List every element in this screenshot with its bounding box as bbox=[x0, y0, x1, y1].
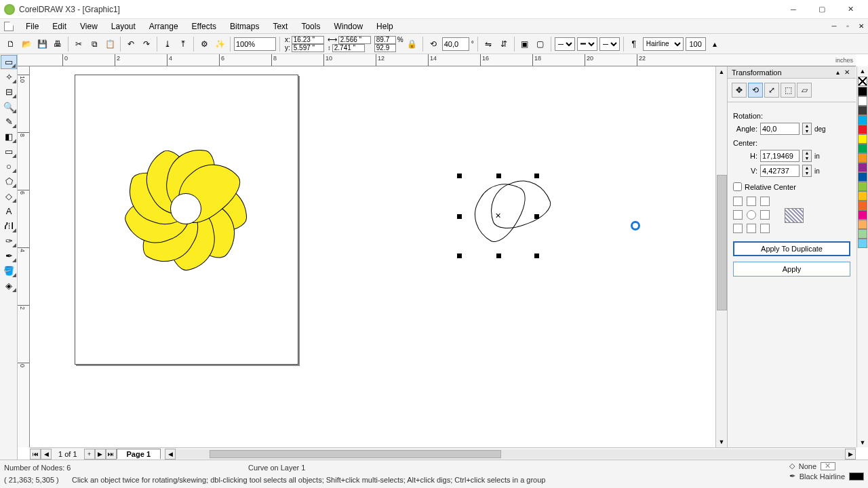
ellipse-tool[interactable]: ○ bbox=[1, 159, 17, 174]
lock-ratio-icon[interactable]: 🔒 bbox=[406, 37, 419, 51]
mdi-close[interactable]: ✕ bbox=[855, 21, 867, 32]
swatch[interactable] bbox=[858, 239, 867, 248]
menu-effects[interactable]: Effects bbox=[185, 20, 223, 33]
docker-collapse-icon[interactable]: ▴ bbox=[833, 68, 842, 76]
next-page-button[interactable]: ▶ bbox=[95, 449, 106, 460]
scroll-up[interactable]: ▲ bbox=[716, 66, 727, 77]
print-icon[interactable]: 🖶 bbox=[51, 37, 64, 51]
height-input[interactable] bbox=[332, 44, 365, 52]
swatch[interactable] bbox=[858, 220, 867, 229]
basic-shapes-tool[interactable]: ◇ bbox=[1, 189, 17, 203]
docker-v-input[interactable] bbox=[760, 165, 800, 177]
paste-icon[interactable]: 📋 bbox=[103, 37, 117, 51]
width-input[interactable] bbox=[338, 36, 371, 44]
anchor-bc[interactable] bbox=[747, 224, 756, 233]
relative-center-checkbox[interactable] bbox=[733, 182, 742, 191]
spinner-icon[interactable]: ▴ bbox=[708, 37, 722, 51]
to-back-icon[interactable]: ▢ bbox=[534, 37, 547, 51]
handle-bl[interactable] bbox=[457, 253, 462, 258]
swatch[interactable] bbox=[858, 191, 867, 201]
fill-tool[interactable]: 🪣 bbox=[1, 264, 17, 278]
cut-icon[interactable]: ✂ bbox=[72, 37, 85, 51]
size-tab[interactable]: ⬚ bbox=[781, 83, 795, 98]
zoom-tool[interactable]: 🔍 bbox=[1, 100, 17, 114]
position-tab[interactable]: ✥ bbox=[732, 83, 747, 98]
pick-tool[interactable]: ▭ bbox=[1, 55, 17, 69]
wrap-text-icon[interactable]: ¶ bbox=[627, 37, 641, 51]
docker-angle-input[interactable] bbox=[760, 123, 800, 135]
swatch[interactable] bbox=[858, 153, 867, 163]
flower-object[interactable] bbox=[98, 121, 274, 297]
menu-layout[interactable]: Layout bbox=[104, 20, 142, 33]
skew-tab[interactable]: ▱ bbox=[797, 83, 812, 98]
last-page-button[interactable]: ⏭ bbox=[106, 449, 117, 460]
outline-swatch[interactable] bbox=[849, 472, 864, 481]
rotation-angle[interactable] bbox=[442, 37, 469, 51]
swatch-nofill[interactable] bbox=[858, 77, 867, 86]
swatch[interactable] bbox=[858, 172, 867, 182]
swatch[interactable] bbox=[858, 144, 867, 153]
minimize-button[interactable]: ─ bbox=[780, 1, 807, 18]
scale-y[interactable] bbox=[374, 44, 396, 52]
selected-object[interactable]: ✕ bbox=[461, 161, 556, 256]
menu-help[interactable]: Help bbox=[370, 20, 400, 33]
app-launcher-icon[interactable]: ⚙ bbox=[197, 37, 211, 51]
swatch[interactable] bbox=[858, 115, 867, 125]
hscroll-track[interactable] bbox=[176, 449, 845, 459]
hscroll-thumb[interactable] bbox=[210, 450, 501, 458]
menu-tools[interactable]: Tools bbox=[294, 20, 327, 33]
to-front-icon[interactable]: ▣ bbox=[518, 37, 532, 51]
line-end-select[interactable]: — bbox=[599, 37, 620, 51]
mirror-v-icon[interactable]: ⇵ bbox=[497, 37, 511, 51]
maximize-button[interactable]: ▢ bbox=[808, 1, 835, 18]
anchor-grid[interactable] bbox=[733, 197, 771, 235]
swatch[interactable] bbox=[858, 229, 867, 239]
welcome-icon[interactable]: ✨ bbox=[213, 37, 226, 51]
menu-arrange[interactable]: Arrange bbox=[142, 20, 185, 33]
polygon-tool[interactable]: ⬠ bbox=[1, 174, 17, 188]
interactive-fill-tool[interactable]: ◈ bbox=[1, 279, 17, 293]
swatch[interactable] bbox=[858, 182, 867, 191]
menu-text[interactable]: Text bbox=[266, 20, 294, 33]
shape-tool[interactable]: ✧ bbox=[1, 70, 17, 84]
swatch[interactable] bbox=[858, 87, 867, 96]
rotate-icon[interactable]: ⟲ bbox=[427, 37, 440, 51]
handle-bc[interactable] bbox=[496, 253, 501, 258]
eyedropper-tool[interactable]: ✑ bbox=[1, 234, 17, 248]
text-tool[interactable]: A bbox=[1, 204, 17, 218]
swatch[interactable] bbox=[858, 201, 867, 210]
handle-ml[interactable] bbox=[457, 214, 462, 219]
prev-page-button[interactable]: ◀ bbox=[41, 449, 52, 460]
menu-edit[interactable]: Edit bbox=[45, 20, 73, 33]
hscroll-left[interactable]: ◀ bbox=[165, 449, 176, 460]
scale-x[interactable] bbox=[374, 36, 396, 44]
apply-to-duplicate-button[interactable]: Apply To Duplicate bbox=[733, 241, 850, 256]
copy-icon[interactable]: ⧉ bbox=[87, 37, 101, 51]
scroll-thumb-v[interactable] bbox=[717, 175, 727, 310]
crop-tool[interactable]: ⊟ bbox=[1, 85, 17, 99]
anchor-bl[interactable] bbox=[733, 224, 743, 233]
y-position[interactable] bbox=[292, 44, 324, 52]
handle-tr[interactable] bbox=[534, 174, 539, 178]
close-button[interactable]: ✕ bbox=[837, 1, 864, 18]
anchor-tc[interactable] bbox=[747, 197, 756, 206]
tint-input[interactable] bbox=[686, 37, 706, 51]
palette-down-icon[interactable]: ▼ bbox=[860, 439, 866, 447]
horizontal-ruler[interactable]: 0246810121416182022 bbox=[18, 54, 856, 66]
undo-icon[interactable]: ↶ bbox=[124, 37, 138, 51]
new-icon[interactable]: 🗋 bbox=[4, 37, 18, 51]
docker-h-input[interactable] bbox=[760, 150, 800, 162]
x-position[interactable] bbox=[292, 36, 324, 44]
anchor-tl[interactable] bbox=[733, 197, 743, 206]
anchor-mr[interactable] bbox=[760, 210, 770, 220]
rectangle-tool[interactable]: ▭ bbox=[1, 144, 17, 159]
scroll-down[interactable]: ▼ bbox=[716, 436, 727, 447]
handle-tl[interactable] bbox=[457, 174, 462, 178]
menu-bitmaps[interactable]: Bitmaps bbox=[223, 20, 266, 33]
page-tab[interactable]: Page 1 bbox=[117, 449, 161, 459]
selection-center[interactable]: ✕ bbox=[495, 211, 501, 220]
swatch[interactable] bbox=[858, 134, 867, 144]
swatch[interactable] bbox=[858, 106, 867, 115]
line-style-select[interactable]: ━ bbox=[577, 37, 597, 51]
angle-spinner[interactable]: ▲▼ bbox=[802, 123, 812, 135]
